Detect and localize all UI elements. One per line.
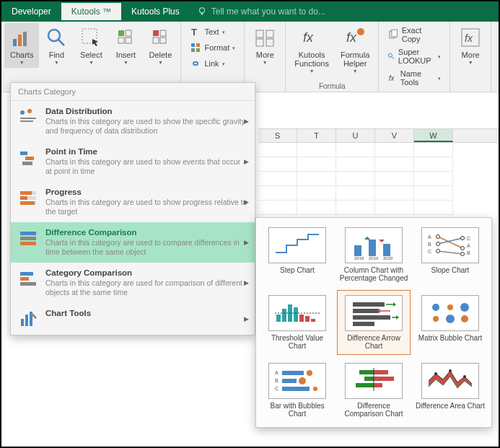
svg-text:T: T xyxy=(191,27,197,38)
more1-button[interactable]: More▼ xyxy=(247,23,282,68)
select-button[interactable]: Select▼ xyxy=(74,23,108,68)
col-header[interactable]: U xyxy=(336,129,375,142)
svg-text:C: C xyxy=(467,236,470,241)
chart-bar-bubbles[interactable]: ABC Bar with Bubbles Chart xyxy=(260,358,334,423)
chart-slope[interactable]: ABCCAB Slope Chart xyxy=(413,222,487,287)
point-in-time-icon xyxy=(18,147,38,167)
svg-text:fx: fx xyxy=(465,32,473,44)
chevron-right-icon: ▶ xyxy=(244,315,249,322)
svg-rect-19 xyxy=(191,48,195,52)
svg-rect-86 xyxy=(305,316,310,322)
svg-point-0 xyxy=(199,8,204,13)
tell-me-search[interactable]: Tell me what you want to do... xyxy=(197,6,325,17)
svg-rect-12 xyxy=(153,30,159,36)
name-tools-button[interactable]: fxName Tools ▾ xyxy=(385,68,444,88)
rerun-button[interactable]: Re-run last utili xyxy=(494,23,500,71)
insert-button[interactable]: Insert▼ xyxy=(108,23,143,68)
slope-chart-icon: ABCCAB xyxy=(425,231,475,260)
column-headers: S T U V W xyxy=(258,128,499,143)
panel-header: Charts Category xyxy=(11,83,255,101)
title-bar: Developer Kutools ™ Kutools Plus Tell me… xyxy=(1,1,499,22)
svg-point-102 xyxy=(433,316,439,322)
chart-matrix-bubble[interactable]: Matrix Bubble Chart xyxy=(413,290,487,355)
col-header[interactable]: V xyxy=(375,129,414,142)
find-icon xyxy=(45,26,68,49)
svg-rect-52 xyxy=(20,272,33,276)
svg-rect-8 xyxy=(118,30,124,36)
col-header[interactable]: T xyxy=(297,129,336,142)
svg-point-71 xyxy=(437,242,440,246)
svg-rect-9 xyxy=(118,38,124,43)
chart-column-percentage[interactable]: 201820192020 Column Chart with Percentag… xyxy=(337,222,411,287)
chart-diff-comparison[interactable]: Difference Comparison Chart xyxy=(337,358,411,423)
svg-rect-82 xyxy=(282,309,286,322)
format-button[interactable]: Format ▾ xyxy=(187,40,238,55)
svg-rect-24 xyxy=(266,39,273,46)
delete-button[interactable]: Delete▼ xyxy=(143,23,177,68)
tab-kutools-plus[interactable]: Kutools Plus xyxy=(121,3,190,20)
link-button[interactable]: Link ▾ xyxy=(187,56,238,71)
svg-point-122 xyxy=(434,372,437,375)
svg-point-37 xyxy=(27,109,32,113)
exact-copy-button[interactable]: Exact Copy xyxy=(385,25,444,45)
svg-line-68 xyxy=(438,251,462,254)
svg-text:fx: fx xyxy=(346,30,357,45)
tab-developer[interactable]: Developer xyxy=(1,3,61,20)
more2-button[interactable]: fx More▼ xyxy=(453,23,488,68)
svg-rect-3 xyxy=(18,35,22,46)
chart-threshold[interactable]: Threshold Value Chart xyxy=(260,290,334,355)
svg-text:A: A xyxy=(428,234,431,240)
svg-rect-119 xyxy=(356,383,374,387)
svg-rect-41 xyxy=(25,157,34,160)
charts-button[interactable]: Charts▼ xyxy=(4,23,39,68)
svg-marker-98 xyxy=(396,315,399,320)
formula-helper-button[interactable]: fx Formula Helper▼ xyxy=(335,23,375,76)
delete-icon xyxy=(149,26,172,49)
svg-rect-14 xyxy=(160,30,166,36)
menu-chart-tools[interactable]: Chart Tools ▶ xyxy=(11,303,255,335)
menu-data-distribution[interactable]: Data DistributionCharts in this category… xyxy=(11,101,255,141)
svg-rect-92 xyxy=(353,322,374,326)
kutools-functions-button[interactable]: fx Kutools Functions▼ xyxy=(289,23,335,76)
menu-category-comparison[interactable]: Category ComparisonCharts in this catego… xyxy=(11,263,255,303)
svg-text:2018: 2018 xyxy=(354,256,364,260)
charts-icon xyxy=(10,26,33,49)
text-button[interactable]: TText ▾ xyxy=(187,25,238,39)
name-tools-icon: fx xyxy=(387,72,397,84)
chart-difference-arrow[interactable]: Difference Arrow Chart xyxy=(337,290,411,355)
svg-rect-40 xyxy=(20,151,27,155)
chevron-right-icon: ▶ xyxy=(244,279,249,286)
group-label-formula: Formula xyxy=(286,82,378,90)
formula-helper-icon: fx xyxy=(343,26,367,49)
col-header[interactable]: W xyxy=(414,129,453,142)
menu-progress[interactable]: ProgressCharts in this category are used… xyxy=(11,182,255,222)
svg-rect-53 xyxy=(20,277,29,281)
diff-area-icon xyxy=(425,366,475,395)
svg-point-73 xyxy=(437,250,440,253)
svg-rect-4 xyxy=(23,32,27,46)
svg-point-74 xyxy=(461,252,465,256)
fx-icon: fx xyxy=(300,26,323,49)
find-button[interactable]: Find▼ xyxy=(39,23,74,68)
diff-comp-icon xyxy=(348,366,399,395)
chart-step[interactable]: Step Chart xyxy=(260,222,334,287)
svg-rect-56 xyxy=(25,315,28,326)
super-lookup-button[interactable]: Super LOOKUP ▾ xyxy=(385,46,444,66)
svg-text:A: A xyxy=(467,243,470,248)
menu-point-in-time[interactable]: Point in TimeCharts in this category are… xyxy=(11,141,255,182)
col-header[interactable]: S xyxy=(258,129,297,142)
svg-line-31 xyxy=(392,57,394,59)
menu-difference-comparison[interactable]: Difference ComparisonCharts in this cate… xyxy=(11,222,255,263)
threshold-icon xyxy=(272,299,323,328)
svg-point-109 xyxy=(307,370,312,376)
data-distribution-icon xyxy=(18,107,38,127)
svg-rect-11 xyxy=(126,38,131,43)
svg-rect-20 xyxy=(196,48,200,52)
svg-point-36 xyxy=(20,110,25,115)
chart-diff-area[interactable]: Difference Area Chart xyxy=(413,358,487,423)
select-icon xyxy=(79,26,102,49)
progress-icon xyxy=(18,188,38,208)
svg-point-101 xyxy=(460,303,469,312)
tab-kutools[interactable]: Kutools ™ xyxy=(61,3,121,20)
svg-marker-94 xyxy=(393,302,396,307)
